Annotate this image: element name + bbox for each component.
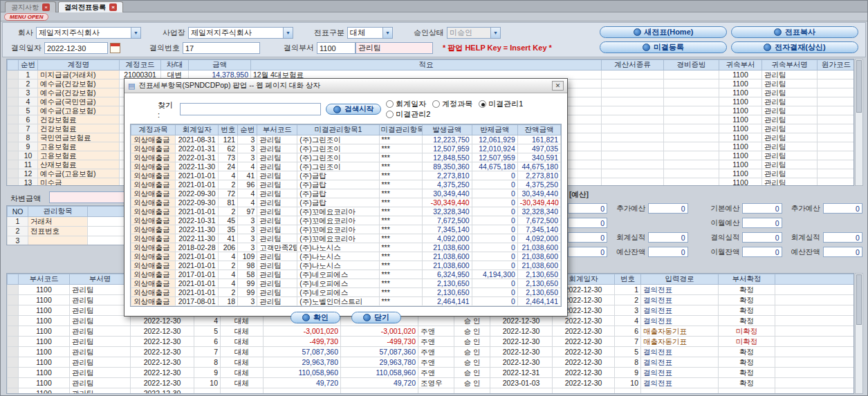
cell[interactable]: 2017-08-01 [176,297,219,306]
cell[interactable]: 7,672,500 [422,216,472,225]
chevron-down-icon[interactable]: ▼ [131,28,140,38]
cell[interactable]: *** [379,234,422,243]
cell[interactable]: 관리팀 [257,252,297,261]
cell[interactable]: 외상매출금 [131,198,176,207]
cell[interactable]: 2022-12-30 [553,357,615,368]
cell[interactable]: 2022-10-31 [176,216,219,225]
cell[interactable]: 외상매출금 [131,297,176,306]
cell[interactable]: 12,223,750 [422,135,472,144]
cell[interactable] [664,178,719,187]
table-row[interactable]: 외상매출금2021-01-01296관리팀(주)금탑***4,375,25004… [131,180,561,189]
cell[interactable]: 외상매출금 [131,189,176,198]
cell[interactable] [664,133,719,142]
cell[interactable] [8,106,19,115]
cell[interactable]: 45 [219,216,238,225]
cell[interactable] [264,388,341,395]
cell[interactable]: 외상매출금 [131,171,176,180]
cell[interactable]: 1100 [19,347,70,357]
cell[interactable]: 주앤 [418,337,454,347]
cell[interactable]: 2 [8,227,28,236]
column-header[interactable]: 발생금액 [422,125,472,135]
cell[interactable]: 2022-11-30 [176,162,219,171]
table-row[interactable]: 외상매출금2022-01-31623관리팀(주)그린조이***12,507,95… [131,144,561,153]
cell[interactable]: 2017-01-01 [176,270,219,279]
cell[interactable]: 9 [19,142,38,151]
cell[interactable]: 관리팀 [257,180,297,189]
cell[interactable]: 2021-01-01 [176,252,219,261]
cell[interactable]: 1100 [19,295,70,305]
cell[interactable]: (주)나노시스 [297,252,379,261]
cell[interactable]: 1100 [19,368,70,378]
cell[interactable]: 0 [472,297,517,306]
cell[interactable]: 대체 [221,368,264,378]
budget-value[interactable]: 0 [568,247,607,257]
cell[interactable]: 5 [194,326,221,337]
cell[interactable]: 9 [194,368,221,378]
cell[interactable]: 1100 [719,178,762,187]
radio-option-미결관리1[interactable]: 미결관리1 [479,99,523,109]
cell[interactable]: (주)네오피에스 [297,270,379,279]
column-header[interactable]: 계정과목 [131,125,176,135]
cell[interactable] [602,88,664,97]
cell[interactable] [818,160,855,169]
cell[interactable] [8,285,19,295]
cell[interactable]: 2 [219,261,238,270]
cell[interactable]: 2021-01-01 [176,180,219,189]
cell[interactable]: 건강보험료 [38,124,120,133]
cell[interactable]: 확정 [719,285,775,295]
cell[interactable]: *** [379,162,422,171]
cell[interactable]: 1100 [19,285,70,295]
toolbar-button-전표복사[interactable]: 전표복사 [731,26,858,38]
table-row[interactable]: 1100관리팀2022-12-30 [8,388,855,395]
column-header[interactable]: 반제금액 [472,125,517,135]
cell[interactable] [664,151,719,160]
budget-value[interactable]: 0 [568,203,607,214]
cell[interactable]: 결의전표 [641,285,719,295]
cell[interactable] [664,97,719,106]
cell[interactable]: 7,672,500 [517,216,560,225]
cell[interactable]: 3 [238,234,257,243]
cell[interactable]: 관리팀 [257,288,297,297]
cell[interactable]: 21,038,600 [422,243,472,252]
cell[interactable] [602,79,664,88]
cell[interactable]: 외상매출금 [131,162,176,171]
cell[interactable]: 고객만족2팀(J [257,243,297,252]
dept-code-input[interactable]: 1100 [317,42,355,54]
cell[interactable] [602,142,664,151]
cell[interactable]: 2022-12-30 [490,347,553,357]
cell[interactable]: 21,038,600 [422,261,472,270]
cell[interactable] [8,347,19,357]
cell[interactable]: *** [379,135,422,144]
cell[interactable] [8,124,19,133]
cell[interactable]: 2,130,650 [422,279,472,288]
table-row[interactable]: 외상매출금2021-01-014109관리팀(주)나노시스***21,038,6… [131,252,561,261]
cell[interactable]: *** [379,252,422,261]
cell[interactable]: 30,349,440 [517,189,560,198]
cell[interactable]: 6 [615,326,641,337]
column-header[interactable]: 잔액금액 [517,125,560,135]
cell[interactable]: 관리팀 [70,337,131,347]
cell[interactable] [8,70,19,79]
cell[interactable]: 0 [472,288,517,297]
column-header[interactable]: 순번 [238,125,257,135]
cell[interactable]: 18 [219,297,238,306]
cell[interactable]: 관리팀 [762,160,818,169]
cell[interactable]: 확정 [719,347,775,357]
cell[interactable]: (주)꼬메요코리아 [297,207,379,216]
cell[interactable]: 0 [472,171,517,180]
cell[interactable]: 6 [194,337,221,347]
chevron-down-icon[interactable]: ▼ [490,28,500,38]
cell[interactable] [602,151,664,160]
cell[interactable]: 62 [219,144,238,153]
cell[interactable] [8,305,19,316]
column-header[interactable]: 경비증빙 [664,60,719,70]
cell[interactable] [602,133,664,142]
table-row[interactable]: 1100관리팀2022-12-306대체-499,730-499,730주앤승 … [8,337,855,347]
tab-notice[interactable]: 공지사항 × [5,1,56,12]
cell[interactable]: 1100 [19,316,70,326]
cell[interactable]: 4 [238,189,257,198]
cell[interactable]: 0 [472,243,517,252]
menu-open-button[interactable]: MENU OPEN [4,13,48,21]
cell[interactable]: 2,464,141 [422,297,472,306]
column-header[interactable]: 계정코드 [120,60,161,70]
